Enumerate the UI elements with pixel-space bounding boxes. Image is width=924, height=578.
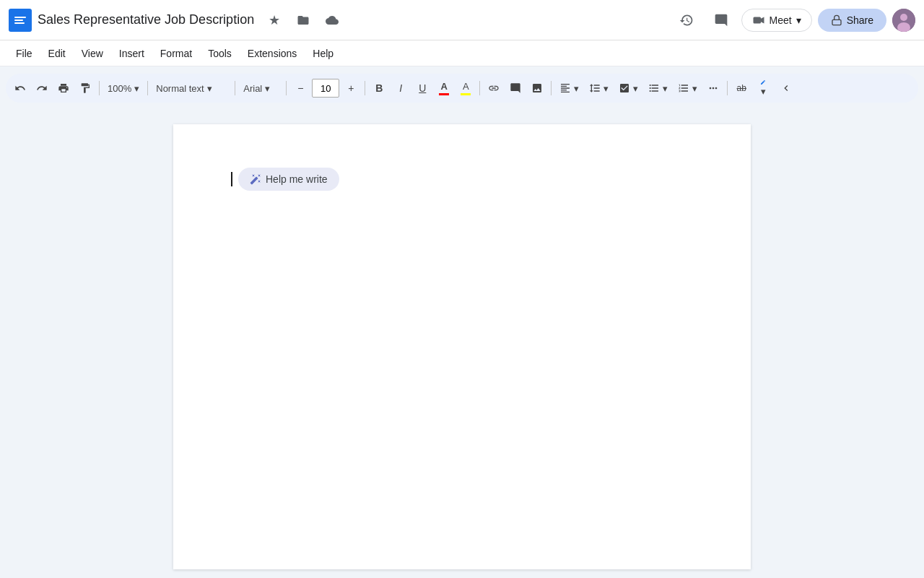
- italic-button[interactable]: I: [391, 77, 411, 100]
- user-avatar[interactable]: [892, 9, 915, 32]
- font-increase-button[interactable]: +: [341, 77, 361, 100]
- font-decrease-button[interactable]: −: [290, 77, 310, 100]
- bold-button[interactable]: B: [369, 77, 389, 100]
- main-content: Help me write: [0, 110, 924, 578]
- meet-label: Meet: [770, 14, 792, 26]
- menu-extensions[interactable]: Extensions: [240, 45, 304, 62]
- bullet-list-selector[interactable]: ▾: [644, 77, 672, 100]
- pen-selector[interactable]: ▾: [753, 77, 773, 100]
- font-color-button[interactable]: A: [434, 77, 454, 100]
- document-title[interactable]: Sales Representative Job Description: [38, 12, 254, 27]
- font-size-input[interactable]: [312, 79, 339, 98]
- title-bar: Sales Representative Job Description ★ M…: [0, 0, 924, 40]
- menu-tools[interactable]: Tools: [201, 45, 239, 62]
- folder-button[interactable]: [292, 9, 315, 32]
- docs-logo: [9, 9, 32, 32]
- text-cursor: [231, 172, 232, 186]
- comments-button[interactable]: [707, 6, 736, 35]
- print-button[interactable]: [53, 77, 74, 100]
- divider-4: [286, 81, 287, 95]
- font-color-indicator: [439, 93, 449, 95]
- comment-button[interactable]: [505, 77, 526, 100]
- line-spacing-selector[interactable]: ▾: [585, 77, 613, 100]
- share-button[interactable]: Share: [818, 9, 886, 32]
- menu-insert[interactable]: Insert: [112, 45, 152, 62]
- menu-help[interactable]: Help: [305, 45, 341, 62]
- share-label: Share: [847, 14, 873, 26]
- meet-chevron: ▾: [796, 14, 801, 26]
- divider-3: [235, 81, 235, 95]
- undo-button[interactable]: [10, 77, 30, 100]
- text-style-selector[interactable]: Normal text ▾: [152, 77, 231, 100]
- menu-format[interactable]: Format: [153, 45, 199, 62]
- divider-2: [147, 81, 148, 95]
- top-right-actions: Meet ▾ Share: [672, 6, 915, 35]
- divider-6: [479, 81, 480, 95]
- line-spacing-chevron: ▾: [603, 83, 609, 94]
- svg-rect-0: [753, 17, 761, 23]
- zoom-chevron: ▾: [134, 83, 139, 94]
- title-actions: ★: [263, 9, 344, 32]
- divider-8: [727, 81, 728, 95]
- menu-view[interactable]: View: [74, 45, 110, 62]
- strikethrough-button[interactable]: ab: [731, 77, 751, 100]
- toolbar: 100% ▾ Normal text ▾ Arial ▾ − + B I U A: [6, 74, 918, 103]
- help-me-write-label: Help me write: [266, 173, 328, 185]
- highlight-indicator: [461, 93, 471, 95]
- menu-bar: File Edit View Insert Format Tools Exten…: [0, 40, 924, 66]
- bullet-chevron: ▾: [663, 83, 668, 94]
- divider-7: [551, 81, 552, 95]
- checklist-selector[interactable]: ▾: [614, 77, 642, 100]
- underline-button[interactable]: U: [412, 77, 432, 100]
- collapse-toolbar-button[interactable]: [776, 77, 796, 100]
- star-button[interactable]: ★: [263, 9, 286, 32]
- svg-point-4: [900, 14, 907, 21]
- zoom-value: 100%: [108, 83, 131, 94]
- document[interactable]: Help me write: [173, 124, 751, 569]
- numbered-chevron: ▾: [692, 83, 697, 94]
- numbered-list-selector[interactable]: ▾: [674, 77, 702, 100]
- zoom-selector[interactable]: 100% ▾: [103, 77, 144, 100]
- menu-edit[interactable]: Edit: [41, 45, 73, 62]
- image-button[interactable]: [527, 77, 547, 100]
- text-style-value: Normal text: [156, 83, 204, 94]
- highlight-button[interactable]: A: [456, 77, 476, 100]
- font-selector[interactable]: Arial ▾: [239, 77, 282, 100]
- divider-5: [365, 81, 365, 95]
- svg-rect-2: [832, 20, 841, 25]
- help-me-write-button[interactable]: Help me write: [238, 168, 339, 191]
- checklist-chevron: ▾: [633, 83, 638, 94]
- more-options-button[interactable]: [703, 77, 723, 100]
- menu-file[interactable]: File: [9, 45, 40, 62]
- align-selector[interactable]: ▾: [555, 77, 583, 100]
- pen-chevron: ▾: [761, 86, 766, 97]
- font-chevron: ▾: [265, 83, 270, 94]
- document-cursor-line: Help me write: [231, 168, 693, 191]
- redo-button[interactable]: [32, 77, 52, 100]
- text-style-chevron: ▾: [207, 83, 212, 94]
- meet-button[interactable]: Meet ▾: [741, 9, 812, 32]
- divider-1: [99, 81, 100, 95]
- history-button[interactable]: [672, 6, 701, 35]
- paint-format-button[interactable]: [75, 77, 95, 100]
- link-button[interactable]: [484, 77, 504, 100]
- svg-marker-1: [761, 17, 764, 23]
- cloud-save-button[interactable]: [321, 9, 344, 32]
- align-chevron: ▾: [574, 83, 579, 94]
- font-value: Arial: [243, 83, 262, 94]
- wand-icon: [250, 173, 261, 185]
